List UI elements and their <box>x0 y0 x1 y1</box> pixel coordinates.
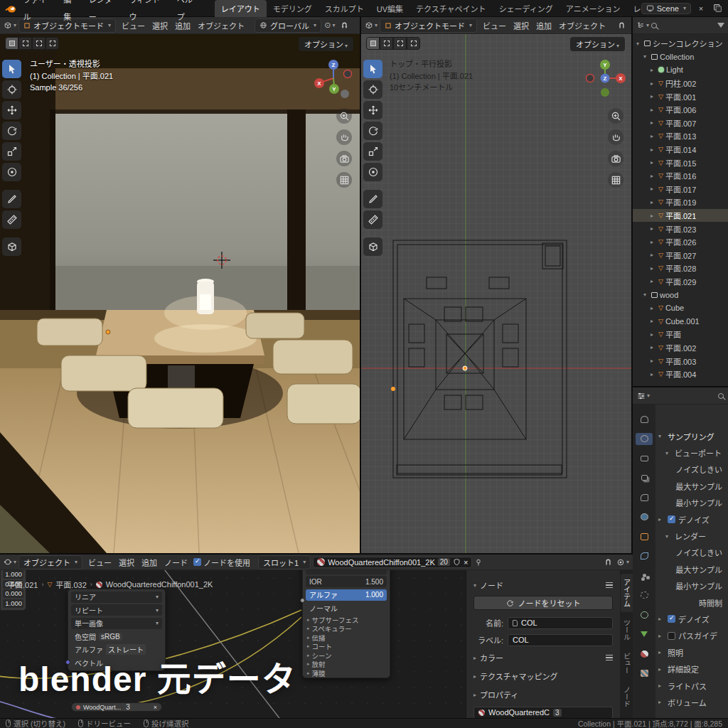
select-mode-subtract-button[interactable] <box>393 37 407 50</box>
editor-type-outliner-icon[interactable] <box>636 19 649 32</box>
properties-tab[interactable] <box>636 569 653 582</box>
extension-dropdown[interactable]: リピート▾ <box>71 604 162 616</box>
snap-magnet-icon[interactable] <box>615 19 628 32</box>
search-icon[interactable] <box>651 23 657 28</box>
outliner-row[interactable]: 平面.015 <box>633 156 728 169</box>
property-row[interactable]: 時間制 <box>658 594 724 611</box>
bsdf-section-row[interactable]: コート <box>303 642 390 651</box>
pan-hand-icon[interactable] <box>336 129 352 145</box>
camera-view-icon[interactable] <box>336 151 352 166</box>
properties-tab[interactable] <box>636 668 653 680</box>
expand-icon[interactable] <box>658 666 665 673</box>
outliner-row[interactable]: 平面.014 <box>633 143 728 156</box>
outliner-row-wood-collection[interactable]: wood <box>633 288 728 301</box>
expand-icon[interactable] <box>651 80 656 87</box>
expand-icon[interactable] <box>643 53 649 60</box>
zoom-icon[interactable] <box>336 108 352 124</box>
property-row[interactable]: ライトパス <box>658 678 724 694</box>
checkbox-icon[interactable] <box>668 632 675 640</box>
outliner-row[interactable]: 平面.003 <box>633 354 728 368</box>
value-field[interactable]: 1.000 <box>3 570 23 579</box>
expand-icon[interactable] <box>651 67 656 73</box>
normal-socket-row[interactable]: ノーマル <box>306 602 387 614</box>
property-row[interactable]: ノイズしきい <box>658 461 724 478</box>
move-tool[interactable] <box>2 101 21 119</box>
workspace-tab[interactable]: レイアウト <box>215 0 267 17</box>
image-users-badge[interactable]: 3 <box>553 709 562 717</box>
node-label-input[interactable]: COL <box>508 634 613 646</box>
orientation-selector[interactable]: グローバル <box>255 18 321 33</box>
properties-tab[interactable] <box>636 511 653 523</box>
workspace-tab[interactable]: スカルプト <box>318 0 370 17</box>
viewport-left-canvas[interactable]: オプション ユーザー・透視投影 (1) Collection | 平面.021 … <box>0 34 360 553</box>
node-name-input[interactable]: COL <box>508 617 613 629</box>
reset-node-button[interactable]: ノードをリセット <box>473 596 613 610</box>
expand-icon[interactable] <box>665 533 672 540</box>
select-mode-extend-button[interactable] <box>18 37 32 50</box>
bsdf-section-row[interactable]: 伝播 <box>303 633 390 643</box>
expand-icon[interactable] <box>651 186 656 192</box>
breadcrumb-object[interactable]: 平面.021 <box>7 579 38 590</box>
filter-icon[interactable] <box>717 23 724 28</box>
annotate-tool[interactable] <box>2 190 21 208</box>
value-field[interactable]: 0.000 <box>3 589 23 598</box>
menu-item[interactable]: レンダー <box>84 0 124 26</box>
pivot-point-icon[interactable]: ⊙ <box>323 19 336 32</box>
expand-icon[interactable] <box>651 252 656 258</box>
properties-tab[interactable] <box>636 609 653 621</box>
outliner-row[interactable]: 平面.021 <box>633 209 728 223</box>
expand-icon[interactable] <box>651 107 656 113</box>
properties-tab[interactable] <box>636 491 653 503</box>
outliner-row[interactable]: 平面 <box>633 328 728 341</box>
menu-item[interactable]: ウィンドウ <box>124 0 171 26</box>
expand-icon[interactable] <box>651 225 656 232</box>
transform-tool[interactable] <box>363 163 382 181</box>
property-row[interactable]: ビューポート <box>658 444 724 461</box>
pin-icon[interactable] <box>474 558 483 567</box>
sidebar-tab[interactable]: アイテム <box>621 574 633 612</box>
property-row[interactable]: デノイズ <box>658 511 724 528</box>
outliner-row[interactable]: 平面.029 <box>633 275 728 289</box>
add-primitive-tool[interactable] <box>363 237 382 256</box>
rotate-tool[interactable] <box>2 122 21 140</box>
colorspace-value[interactable]: sRGB <box>99 633 122 641</box>
search-icon[interactable] <box>718 393 724 399</box>
checkbox-icon[interactable] <box>668 515 675 523</box>
property-row[interactable]: 最小サンプル <box>658 578 724 594</box>
node-panel-header[interactable]: ▾ ノード <box>473 577 613 594</box>
properties-section[interactable]: プロパティ <box>473 685 613 704</box>
outliner-row[interactable]: 平面.004 <box>633 368 728 381</box>
toggle-ortho-icon[interactable] <box>336 172 352 188</box>
property-row[interactable]: 最小サンプル <box>658 495 724 511</box>
expand-icon[interactable] <box>658 633 665 639</box>
outliner-row[interactable]: 平面.026 <box>633 235 728 249</box>
mode-selector[interactable]: オブジェクトモード <box>380 18 477 33</box>
select-box-tool[interactable] <box>2 60 21 78</box>
outliner-row-collection[interactable]: Collection <box>633 50 728 64</box>
outliner-row[interactable]: Cube.001 <box>633 314 728 328</box>
select-mode-new-button[interactable] <box>366 37 380 50</box>
workspace-tab[interactable]: テクスチャペイント <box>410 0 493 17</box>
add-primitive-tool[interactable] <box>2 237 21 256</box>
property-row[interactable]: デノイズ <box>658 611 724 627</box>
expand-icon[interactable] <box>651 199 656 205</box>
shader-menu-item[interactable]: ビュー <box>85 557 115 568</box>
outliner-row[interactable]: 平面.016 <box>633 169 728 183</box>
color-section[interactable]: カラー <box>473 648 613 667</box>
scale-tool[interactable] <box>2 142 21 161</box>
expand-icon[interactable] <box>651 305 656 311</box>
grid-icon[interactable] <box>608 172 623 188</box>
property-row[interactable]: ボリューム <box>658 694 724 710</box>
viewport-menu-item[interactable]: 追加 <box>532 20 555 31</box>
expand-icon[interactable] <box>651 371 656 378</box>
sidebar-tab[interactable]: ビュー <box>621 648 633 679</box>
select-mode-extend-button[interactable] <box>380 37 393 50</box>
property-row[interactable]: 最大サンプル <box>658 478 724 494</box>
expand-icon[interactable] <box>651 173 656 179</box>
material-users-badge[interactable]: 20 <box>438 558 450 566</box>
expand-icon[interactable] <box>651 133 656 139</box>
close-icon[interactable]: × <box>154 704 157 711</box>
expand-icon[interactable] <box>665 450 672 456</box>
editor-type-properties-icon[interactable] <box>637 390 650 402</box>
workspace-tab[interactable]: シェーディング <box>493 0 560 17</box>
